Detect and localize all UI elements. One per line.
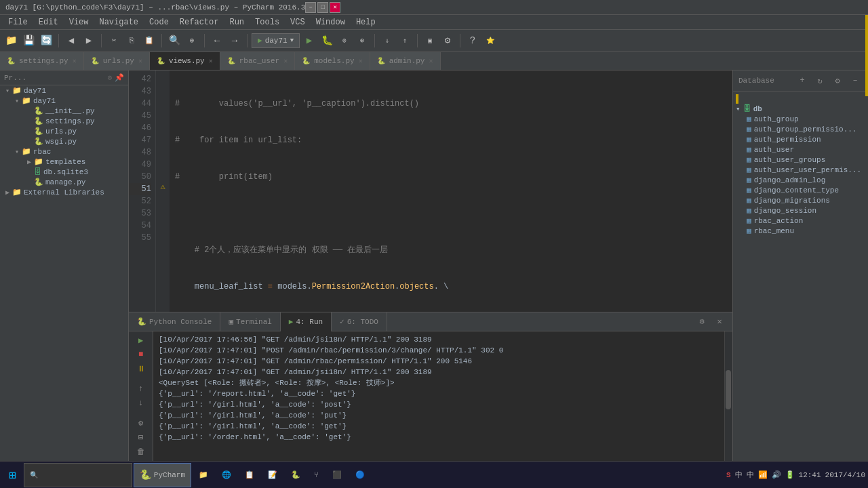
menu-refactor[interactable]: Refactor bbox=[174, 16, 224, 28]
menu-run[interactable]: Run bbox=[224, 16, 250, 28]
tab-admin-close[interactable]: ✕ bbox=[429, 57, 433, 65]
menu-view[interactable]: View bbox=[64, 16, 94, 28]
sidebar-pin-icon[interactable]: 📌 bbox=[115, 73, 124, 82]
tab-rbac-close[interactable]: ✕ bbox=[283, 57, 288, 65]
help-button[interactable]: ? bbox=[465, 33, 481, 49]
pause-button[interactable]: ⏸ bbox=[134, 363, 149, 375]
menu-navigate[interactable]: Navigate bbox=[94, 16, 144, 28]
db-table-auth-user-groups[interactable]: ▦ auth_user_groups bbox=[733, 155, 868, 165]
db-table-rbac-menu[interactable]: ▦ rbac_menu bbox=[733, 226, 868, 236]
db-table-django-admin-log[interactable]: ▦ django_admin_log bbox=[733, 175, 868, 185]
stop-button[interactable]: ■ bbox=[134, 348, 149, 361]
tree-item-manage[interactable]: 🐍 manage.py bbox=[0, 177, 128, 187]
run-scrollbar-thumb[interactable] bbox=[726, 370, 731, 409]
run-scrollbar[interactable] bbox=[724, 331, 732, 461]
taskbar-word[interactable]: 📝 bbox=[262, 463, 283, 487]
sidebar-gear-icon[interactable]: ⚙ bbox=[107, 73, 112, 82]
panel-close-btn[interactable]: ✕ bbox=[712, 314, 727, 329]
update-button[interactable]: ⭐ bbox=[482, 33, 498, 49]
menu-tools[interactable]: Tools bbox=[250, 16, 285, 28]
tree-item-init[interactable]: 🐍 __init__.py bbox=[0, 106, 128, 116]
nav-prev-button[interactable]: ← bbox=[209, 33, 225, 49]
db-table-auth-permission[interactable]: ▦ auth_permission bbox=[733, 134, 868, 144]
back-button[interactable]: ◀ bbox=[63, 33, 79, 49]
code-editor[interactable]: # values('p__url', 'p__caption').distinc… bbox=[170, 70, 732, 312]
tree-item-day71[interactable]: ▾ 📁 day71 bbox=[0, 96, 128, 106]
nav-next-button[interactable]: → bbox=[226, 33, 243, 49]
run-button[interactable]: ▶ bbox=[301, 33, 317, 49]
taskbar-battery-icon[interactable]: 🔋 bbox=[785, 470, 795, 479]
db-table-auth-user-user-permissions[interactable]: ▦ auth_user_user_permis... bbox=[733, 165, 868, 175]
tree-item-extlib[interactable]: ▶ 📁 External Libraries bbox=[0, 187, 128, 197]
tab-models-close[interactable]: ✕ bbox=[359, 57, 363, 65]
sync-button[interactable]: 🔄 bbox=[38, 33, 54, 49]
tree-item-templates[interactable]: ▶ 📁 templates bbox=[0, 157, 128, 167]
db-table-django-migrations[interactable]: ▦ django_migrations bbox=[733, 195, 868, 205]
bottom-tab-run[interactable]: ▶ 4: Run bbox=[281, 312, 332, 331]
db-table-django-content-type[interactable]: ▦ django_content_type bbox=[733, 185, 868, 195]
menu-help[interactable]: Help bbox=[351, 16, 381, 28]
taskbar-sound-icon[interactable]: 🔊 bbox=[772, 470, 781, 479]
tree-item-settings[interactable]: 🐍 settings.py bbox=[0, 116, 128, 126]
taskbar-git[interactable]: ⑂ bbox=[308, 463, 325, 487]
menu-code[interactable]: Code bbox=[144, 16, 174, 28]
tab-urls-close[interactable]: ✕ bbox=[138, 57, 142, 65]
run-settings-button[interactable]: ⚙ bbox=[134, 417, 149, 430]
db-settings-button[interactable]: ⚙ bbox=[830, 73, 845, 88]
db-table-auth-group-permissions[interactable]: ▦ auth_group_permissio... bbox=[733, 124, 868, 134]
tab-views[interactable]: 🐍 views.py ✕ bbox=[150, 52, 220, 70]
start-button[interactable]: ⊞ bbox=[3, 463, 22, 487]
editor-content[interactable]: 42 43 44 45 46 47 48 49 50 51 52 53 54 5… bbox=[129, 70, 732, 312]
taskbar-pycharm[interactable]: 🐍 PyCharm bbox=[134, 463, 191, 487]
profile-button[interactable]: ⊛ bbox=[354, 33, 370, 49]
bottom-tab-terminal[interactable]: ▣ Terminal bbox=[220, 312, 280, 331]
tab-settings-close[interactable]: ✕ bbox=[73, 57, 77, 65]
cut-button[interactable]: ✂ bbox=[106, 33, 122, 49]
copy-button[interactable]: ⎘ bbox=[123, 33, 140, 49]
taskbar-chrome[interactable]: 🌐 bbox=[216, 463, 237, 487]
project-view-button[interactable]: 📁 bbox=[3, 33, 19, 49]
bottom-tab-todo[interactable]: ✓ 6: TODO bbox=[332, 312, 387, 331]
vcs-commit-button[interactable]: ⇑ bbox=[397, 33, 413, 49]
tab-rbac-user[interactable]: 🐍 rbac_user ✕ bbox=[220, 52, 295, 70]
run-config-dropdown[interactable]: ▶ day71 ▼ bbox=[252, 33, 300, 48]
taskbar-app2[interactable]: 🔵 bbox=[349, 463, 371, 487]
db-minimize-button[interactable]: – bbox=[848, 73, 863, 88]
menu-vcs[interactable]: VCS bbox=[285, 16, 311, 28]
tab-views-close[interactable]: ✕ bbox=[209, 57, 213, 65]
save-button[interactable]: 💾 bbox=[20, 33, 37, 49]
tab-urls[interactable]: 🐍 urls.py ✕ bbox=[84, 52, 150, 70]
taskbar-network-icon[interactable]: 📶 bbox=[758, 470, 768, 479]
debug-button[interactable]: 🐛 bbox=[319, 33, 335, 49]
menu-file[interactable]: File bbox=[3, 16, 33, 28]
forward-button[interactable]: ▶ bbox=[81, 33, 97, 49]
tab-models[interactable]: 🐍 models.py ✕ bbox=[295, 52, 370, 70]
run-output[interactable]: [10/Apr/2017 17:46:56] "GET /admin/jsi18… bbox=[153, 331, 724, 461]
scroll-up-button[interactable]: ↑ bbox=[134, 383, 149, 396]
close-button[interactable]: ✕ bbox=[330, 2, 340, 13]
titlebar-controls[interactable]: – □ ✕ bbox=[305, 2, 340, 13]
db-refresh-button[interactable]: ↻ bbox=[812, 73, 827, 88]
vcs-update-button[interactable]: ⇓ bbox=[379, 33, 395, 49]
scroll-down-button[interactable]: ↓ bbox=[134, 397, 149, 410]
bottom-tab-python-console[interactable]: 🐍 Python Console bbox=[129, 312, 220, 331]
taskbar-cmd[interactable]: ⬛ bbox=[326, 463, 348, 487]
tree-item-root[interactable]: ▾ 📁 day71 bbox=[0, 85, 128, 96]
taskbar-file-manager[interactable]: 📋 bbox=[239, 463, 260, 487]
panel-settings-btn[interactable]: ⚙ bbox=[694, 314, 709, 329]
tab-settings[interactable]: 🐍 settings.py ✕ bbox=[0, 52, 84, 70]
run-clear-button[interactable]: 🗑 bbox=[134, 445, 149, 458]
tab-admin[interactable]: 🐍 admin.py ✕ bbox=[370, 52, 441, 70]
db-table-auth-group[interactable]: ▦ auth_group bbox=[733, 114, 868, 124]
menu-edit[interactable]: Edit bbox=[33, 16, 64, 28]
db-table-rbac-action[interactable]: ▦ rbac_action bbox=[733, 216, 868, 226]
terminal-button[interactable]: ▣ bbox=[422, 33, 438, 49]
taskbar-folder[interactable]: 📁 bbox=[193, 463, 214, 487]
rerun-button[interactable]: ▶ bbox=[134, 334, 149, 347]
taskbar-python-logo[interactable]: 🐍 bbox=[285, 463, 307, 487]
find-button[interactable]: ⊕ bbox=[184, 33, 200, 49]
db-table-auth-user[interactable]: ▦ auth_user bbox=[733, 144, 868, 155]
tree-item-rbac[interactable]: ▾ 📁 rbac bbox=[0, 146, 128, 157]
search-button[interactable]: 🔍 bbox=[166, 33, 182, 49]
minimize-button[interactable]: – bbox=[305, 2, 316, 13]
